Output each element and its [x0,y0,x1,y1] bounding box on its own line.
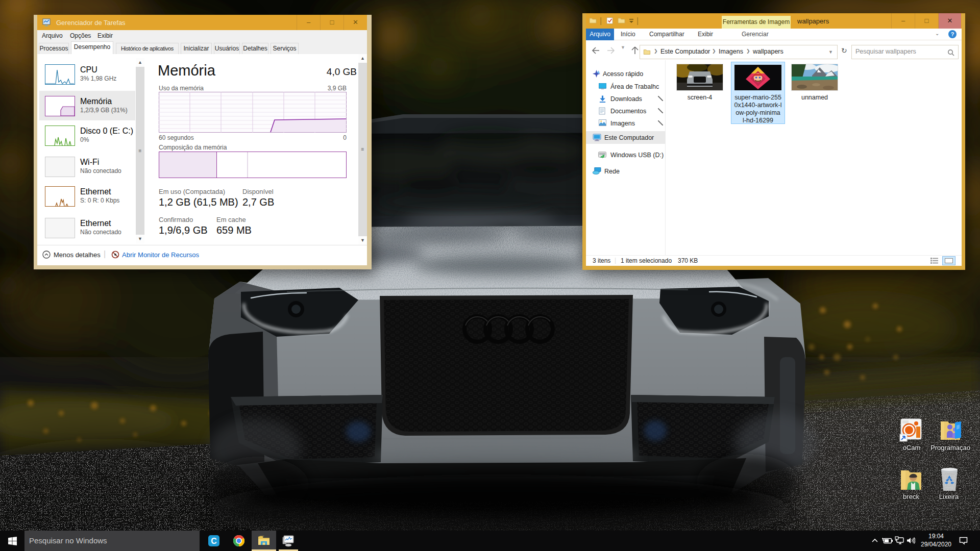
svg-text:C: C [211,537,217,545]
